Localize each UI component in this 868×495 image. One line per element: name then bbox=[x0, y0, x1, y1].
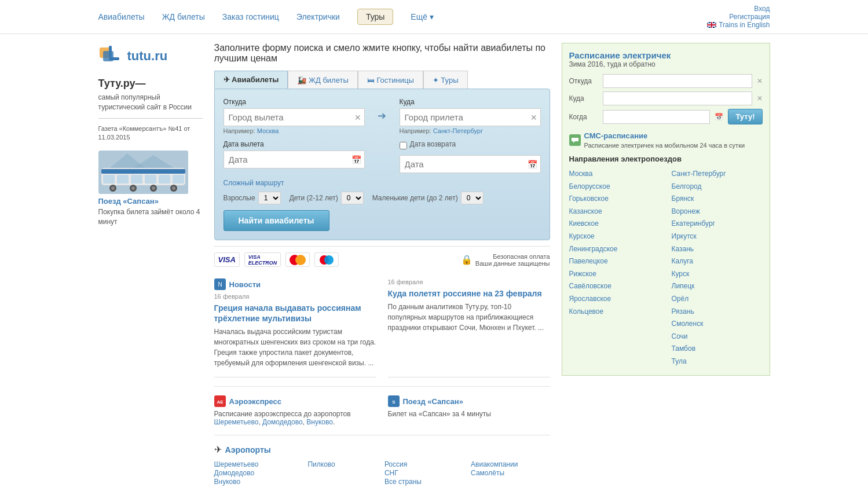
elektrichka-title-link[interactable]: Расписание электричек bbox=[569, 50, 671, 60]
dir-spb[interactable]: Санкт-Петербург bbox=[672, 170, 726, 178]
sms-title-link[interactable]: СМС-расписание bbox=[584, 131, 648, 140]
elek-from-label: Откуда bbox=[569, 77, 598, 85]
svg-text:AE: AE bbox=[217, 399, 224, 405]
dir-tambov[interactable]: Тамбов bbox=[672, 344, 696, 353]
sapsan-link[interactable]: Поезд «Сапсан» bbox=[403, 397, 463, 406]
dir-paveletskoe[interactable]: Павелецкое bbox=[569, 257, 608, 265]
pilkovo-airport[interactable]: Пилково bbox=[307, 460, 335, 468]
dir-rizhskoe[interactable]: Рижское bbox=[569, 270, 596, 278]
dir-koltsevoe[interactable]: Кольцевое bbox=[569, 307, 604, 316]
depart-date-input[interactable] bbox=[224, 151, 365, 168]
to-input[interactable] bbox=[400, 108, 541, 126]
airports-col4: Авиакомпании Самолёты bbox=[471, 460, 550, 486]
nav-more[interactable]: Ещё ▾ bbox=[411, 12, 434, 21]
top-right-auth: Вход Регистрация Trains in English bbox=[707, 5, 770, 29]
elek-calendar-icon[interactable]: 📅 bbox=[715, 113, 723, 121]
dir-belorusskoe[interactable]: Белорусское bbox=[569, 182, 610, 190]
aeroexpress-link[interactable]: Аэроэкспресс bbox=[229, 397, 282, 406]
children-group: Дети (2-12 лет) 0123 bbox=[290, 192, 364, 204]
dir-voronezh[interactable]: Воронеж bbox=[672, 207, 700, 215]
dir-lipetsk[interactable]: Липецк bbox=[672, 282, 695, 290]
svg-rect-17 bbox=[145, 175, 156, 184]
return-calendar-icon[interactable]: 📅 bbox=[528, 160, 537, 169]
vnukovo-link[interactable]: Внуково bbox=[306, 418, 333, 426]
dir-smolensk[interactable]: Смоленск bbox=[672, 320, 704, 328]
dir-kaluga[interactable]: Калуга bbox=[672, 257, 693, 265]
nav-elektrichki[interactable]: Электрички bbox=[296, 12, 340, 21]
news-title-1[interactable]: Греция начала выдавать россиянам трёхлет… bbox=[214, 303, 376, 324]
tab-hotels[interactable]: 🛏 Гостиницы bbox=[358, 71, 423, 89]
search-button[interactable]: Найти авиабилеты bbox=[224, 210, 329, 231]
dir-kursk[interactable]: Курск bbox=[672, 270, 690, 278]
train-image bbox=[98, 151, 188, 194]
elek-to-clear[interactable]: ✕ bbox=[757, 94, 763, 102]
register-link[interactable]: Регистрация bbox=[707, 13, 770, 21]
elek-when-label: Когда bbox=[569, 113, 598, 121]
dir-yaroslavskoe[interactable]: Ярославское bbox=[569, 295, 611, 303]
infants-select[interactable]: 012 bbox=[461, 192, 484, 204]
to-example-link[interactable]: Санкт-Петербург bbox=[433, 127, 483, 134]
elek-from-clear[interactable]: ✕ bbox=[757, 77, 763, 85]
elek-search-button[interactable]: Туту! bbox=[728, 109, 762, 124]
adults-select[interactable]: 12345 bbox=[258, 192, 281, 204]
secure-line2: Ваши данные защищены bbox=[475, 260, 550, 267]
return-date-checkbox[interactable] bbox=[400, 142, 407, 149]
login-link[interactable]: Вход bbox=[707, 5, 770, 13]
dir-kazanskoe[interactable]: Казанское bbox=[569, 207, 602, 215]
aeroexpress-desc: Расписание аэроэкспресса до аэропортов Ш… bbox=[214, 410, 376, 426]
nav-aviabilety[interactable]: Авиабилеты bbox=[98, 12, 145, 21]
planes-link[interactable]: Самолёты bbox=[471, 469, 504, 477]
domodedovo-airport[interactable]: Домодедово bbox=[214, 469, 255, 477]
elek-from-input[interactable] bbox=[603, 74, 752, 88]
airports-title-link[interactable]: Аэропорты bbox=[225, 445, 271, 454]
nav-tours-button[interactable]: Туры bbox=[357, 9, 393, 25]
return-date-input[interactable] bbox=[400, 155, 541, 173]
sheremetyevo-airport[interactable]: Шереметьево bbox=[214, 460, 259, 468]
dir-orel[interactable]: Орёл bbox=[672, 295, 689, 303]
depart-calendar-icon[interactable]: 📅 bbox=[351, 155, 361, 164]
cis-link[interactable]: СНГ bbox=[384, 469, 398, 477]
dir-bryansk[interactable]: Брянск bbox=[672, 195, 694, 203]
mastercard-icon bbox=[285, 252, 310, 267]
russia-link[interactable]: Россия bbox=[384, 460, 407, 468]
domodedovo-link[interactable]: Домодедово bbox=[262, 418, 303, 426]
from-example-link[interactable]: Москва bbox=[257, 127, 279, 134]
left-sidebar: tutu.ru Туту.ру— самый популярный турист… bbox=[98, 43, 203, 486]
dir-gorkovskoe[interactable]: Горьковское bbox=[569, 195, 609, 203]
airlines-link[interactable]: Авиакомпании bbox=[471, 460, 518, 468]
news-title-2[interactable]: Куда полетят россияне на 23 февраля bbox=[388, 288, 550, 299]
nav-zhd[interactable]: ЖД билеты bbox=[162, 12, 205, 21]
dir-leningradskoe[interactable]: Ленинградское bbox=[569, 245, 618, 253]
swap-arrow-icon[interactable]: ➔ bbox=[373, 109, 391, 122]
dir-belgorod[interactable]: Белгород bbox=[672, 182, 702, 190]
tab-aviabilety[interactable]: ✈ Авиабилеты bbox=[214, 71, 288, 89]
elek-when-input[interactable] bbox=[603, 110, 710, 124]
dir-savelovskoe[interactable]: Савёловское bbox=[569, 282, 611, 290]
dir-sochi[interactable]: Сочи bbox=[672, 332, 688, 340]
dir-irkutsk[interactable]: Иркутск bbox=[672, 232, 697, 240]
dir-kurskoe[interactable]: Курское bbox=[569, 232, 595, 240]
vnukovo-airport[interactable]: Внуково bbox=[214, 478, 241, 486]
to-clear-icon[interactable]: ✕ bbox=[530, 113, 537, 122]
from-clear-icon[interactable]: ✕ bbox=[354, 113, 361, 122]
dir-kievskoe[interactable]: Киевское bbox=[569, 219, 599, 228]
news-source-link-1[interactable]: Новости bbox=[229, 280, 261, 289]
from-input[interactable] bbox=[224, 108, 365, 126]
tab-zhd[interactable]: 🚂 ЖД билеты bbox=[288, 71, 357, 89]
gazette-text: Газета «Коммерсантъ» №41 от 11.03.2015 bbox=[98, 124, 203, 142]
tab-tours[interactable]: ✦ Туры bbox=[423, 71, 468, 89]
elek-to-input[interactable] bbox=[603, 91, 752, 105]
children-select[interactable]: 0123 bbox=[341, 192, 364, 204]
train-promo-link[interactable]: Поезд «Сапсан» bbox=[98, 197, 203, 206]
sheremetyevo-link[interactable]: Шереметьево bbox=[214, 418, 259, 426]
dir-ekaterinburg[interactable]: Екатеринбург bbox=[672, 219, 716, 228]
en-trains-link[interactable]: Trains in English bbox=[719, 21, 770, 29]
dir-moskva[interactable]: Москва bbox=[569, 170, 593, 178]
news-item-1: N Новости 16 февраля Греция начала выдав… bbox=[214, 278, 376, 377]
dir-ryazan[interactable]: Рязань bbox=[672, 307, 694, 316]
dir-tula[interactable]: Тула bbox=[672, 357, 687, 365]
dir-kazan[interactable]: Казань bbox=[672, 245, 694, 253]
complex-route-link[interactable]: Сложный маршрут bbox=[224, 179, 541, 187]
nav-hotels[interactable]: Заказ гостиниц bbox=[222, 12, 279, 21]
all-countries-link[interactable]: Все страны bbox=[384, 478, 422, 486]
